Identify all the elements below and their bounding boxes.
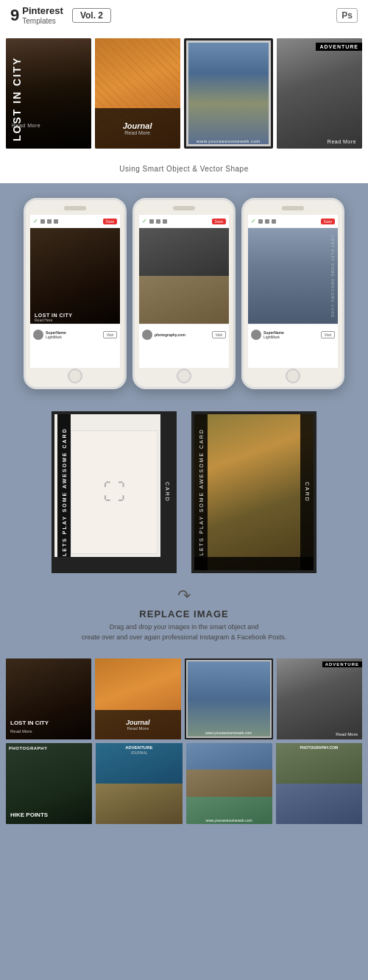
tool-icon6 xyxy=(163,219,167,224)
phone3-screen: ✓ Save LOST PLAY SOME AWESOME CARD Super… xyxy=(248,215,338,368)
template-cards-row: LOST IN CITY Read More Journal Read More… xyxy=(0,31,368,159)
phone3-rotated-text: LOST PLAY SOME AWESOME CARD xyxy=(330,235,335,318)
phone2-bottombar: photography.com Visit xyxy=(139,324,229,344)
grid-card-1-4: ADVENTURE Read More xyxy=(277,658,362,739)
replace-card2-bottom-strip xyxy=(194,557,314,570)
card3-background xyxy=(188,43,269,144)
phone1-notch xyxy=(64,206,86,210)
gc2-overlay: Journal Read More xyxy=(95,710,180,739)
phone2-screen: ✓ Save photography.com Visit xyxy=(139,215,229,368)
phone1-lost-in-city: LOST IN CITY xyxy=(35,313,73,318)
phone2-url: photography.com xyxy=(155,333,210,337)
checkmark-icon2: ✓ xyxy=(142,218,147,224)
replace-card2-right-strip: CARD xyxy=(300,414,314,570)
phone1-subname: LightMark xyxy=(46,335,101,339)
phone3-image: LOST PLAY SOME AWESOME CARD xyxy=(248,228,338,324)
grid-card-2-4: photography.com xyxy=(276,743,362,824)
phone2-image-top xyxy=(139,228,229,276)
gr2c1-top-label: PHOTOGRAPHY xyxy=(9,746,47,750)
replace-subtitle: Drag and drop your images in the smart o… xyxy=(0,622,368,642)
gr2c4-label: photography.com xyxy=(276,745,362,750)
phone3-notch xyxy=(282,206,304,210)
replace-card-left-strip: LETS PLAY SOME AWESOME CARD xyxy=(57,414,71,570)
tool-icon2 xyxy=(47,219,52,224)
gr2c4-bot-img xyxy=(276,784,362,824)
replace-card-filled: LETS PLAY SOME AWESOME CARD CARD xyxy=(191,411,316,573)
card2-title: Journal xyxy=(123,121,152,130)
phone3-bottombar: SuperName LightMark Visit xyxy=(248,324,338,344)
phone1-bottombar: SuperName LightMark Visit xyxy=(30,324,120,344)
grid-card-2-1: PHOTOGRAPHY HIKE POINTS xyxy=(6,743,92,824)
card-adventure: ADVENTURE Read More xyxy=(277,38,362,149)
replace-card-inner: ⛶ xyxy=(71,430,158,554)
card2-overlay: Journal Read More xyxy=(95,108,180,149)
phone3-subname: LightMark xyxy=(263,335,319,339)
card4-label: ADVENTURE xyxy=(316,43,362,51)
replace-card2-left-strip: LETS PLAY SOME AWESOME CARD xyxy=(194,414,208,570)
gr2c2-label: ADVENTURE xyxy=(96,745,182,750)
phone1-screen: ✓ Save LOST IN CITY Read Here SuperName … xyxy=(30,215,120,368)
phone1-image: LOST IN CITY Read Here xyxy=(30,228,120,324)
phone1-home-btn[interactable] xyxy=(68,369,82,383)
phone-mockups-section: ✓ Save LOST IN CITY Read Here SuperName … xyxy=(0,183,368,404)
phone2-avatar xyxy=(142,330,152,340)
logo: 9 Pinterest Templates xyxy=(10,6,63,25)
gc4-readmore: Read More xyxy=(336,732,358,736)
phone2-save-btn[interactable]: Save xyxy=(212,219,226,224)
phone1-texture xyxy=(30,228,120,324)
card-canal: www.yourawesomeweb.com xyxy=(184,38,274,149)
replace-label-section: ↷ REPLACE IMAGE Drag and drop your image… xyxy=(0,580,368,647)
phone1-visit-btn[interactable]: Visit xyxy=(103,331,117,338)
ps-badge: Ps xyxy=(336,8,358,23)
phone3-avatar xyxy=(251,330,261,340)
gr2c3-url: www.yourawesomeweb.com xyxy=(186,818,272,823)
card-journal: Journal Read More xyxy=(95,38,180,149)
phone2-home-btn[interactable] xyxy=(177,369,191,383)
replace-card-right-strip: CARD xyxy=(160,414,174,570)
phone3-home-btn[interactable] xyxy=(286,369,300,383)
grid-row-2: PHOTOGRAPHY HIKE POINTS ADVENTURE JOURNA… xyxy=(6,743,362,824)
grid-card-1-3: www.yourawesomeweb.com xyxy=(185,658,273,739)
gc2-readmore: Read More xyxy=(127,726,149,731)
grid-card-2-3: www.yourawesomeweb.com xyxy=(186,743,272,824)
logo-templates: Templates xyxy=(22,17,63,25)
logo-pinterest: Pinterest xyxy=(22,6,63,16)
phone1-readmore: Read Here xyxy=(35,318,52,322)
header: 9 Pinterest Templates Vol. 2 Ps xyxy=(0,0,368,31)
phone3-save-btn[interactable]: Save xyxy=(321,219,335,224)
logo-number: 9 xyxy=(10,6,19,25)
phone-mockup-2: ✓ Save photography.com Visit xyxy=(132,198,236,389)
phone1-save-btn[interactable]: Save xyxy=(103,219,117,224)
phone1-avatar xyxy=(33,330,43,340)
tool-icon9 xyxy=(272,219,276,224)
replace-subtitle-line2: create over and over again professional … xyxy=(82,633,287,641)
bottom-grid-section: LOST IN CITY Read More Journal Read More… xyxy=(0,647,368,839)
gc1-texture xyxy=(6,658,91,739)
logo-text-group: Pinterest Templates xyxy=(22,6,63,24)
tool-icon5 xyxy=(156,219,160,224)
card3-url: www.yourawesomeweb.com xyxy=(186,139,272,143)
gr2c3-mid-img xyxy=(186,770,272,796)
smart-object-label: Using Smart Object & Vector Shape xyxy=(0,159,368,183)
gc2-title: Journal xyxy=(126,719,150,726)
grid-card-1-1: LOST IN CITY Read More xyxy=(6,658,91,739)
gc3-url: www.yourawesomeweb.com xyxy=(186,731,272,735)
phone3-visit-btn[interactable]: Visit xyxy=(321,331,335,338)
phone2-username: photography.com xyxy=(155,333,210,337)
vol-badge: Vol. 2 xyxy=(72,8,111,23)
replace-card-empty: LETS PLAY SOME AWESOME CARD ⛶ CARD xyxy=(52,411,177,573)
phone3-topbar: ✓ Save xyxy=(248,215,338,228)
phone2-visit-btn[interactable]: Visit xyxy=(212,331,226,338)
tool-icon xyxy=(40,219,45,224)
gc3-background xyxy=(188,661,270,736)
phone2-image-bot xyxy=(139,276,229,324)
card4-readmore: Read More xyxy=(328,139,356,144)
phone-mockup-1: ✓ Save LOST IN CITY Read Here SuperName … xyxy=(24,198,127,389)
checkmark-icon: ✓ xyxy=(33,218,38,224)
phone2-notch xyxy=(173,206,195,210)
tool-icon8 xyxy=(265,219,269,224)
gr2c2-bot-img xyxy=(96,784,182,824)
gr2c2-sub: JOURNAL xyxy=(96,750,182,755)
tool-icon3 xyxy=(54,219,58,224)
replace-title: REPLACE IMAGE xyxy=(0,608,368,619)
